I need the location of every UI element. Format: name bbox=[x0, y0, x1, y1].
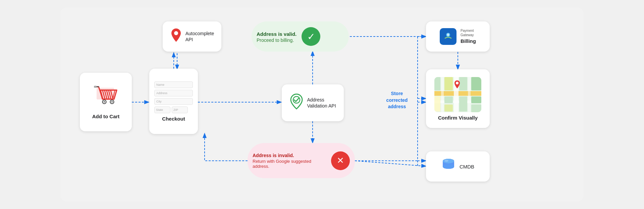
form-state-zip-row: State ZIP bbox=[154, 107, 193, 113]
database-icon bbox=[441, 158, 455, 176]
svg-point-30 bbox=[174, 31, 178, 35]
invalid-bold-text: Address is invalid. bbox=[253, 152, 327, 159]
svg-point-51 bbox=[456, 82, 459, 84]
form-city-field: City bbox=[154, 98, 193, 105]
valid-address-pill: Address is valid. Proceed to billing. ✓ bbox=[252, 21, 349, 52]
svg-rect-42 bbox=[444, 77, 453, 90]
svg-rect-49 bbox=[471, 96, 481, 103]
svg-rect-48 bbox=[459, 96, 467, 112]
check-circle-icon: ✓ bbox=[302, 27, 320, 46]
confirm-visually-label: Confirm Visually bbox=[438, 115, 478, 121]
payment-gateway-icon bbox=[440, 28, 457, 45]
form-address-field: Address bbox=[154, 90, 193, 96]
svg-rect-41 bbox=[434, 77, 440, 90]
svg-rect-50 bbox=[471, 104, 481, 112]
checkout-label: Checkout bbox=[162, 116, 185, 122]
form-name-field: Name bbox=[154, 81, 193, 88]
invalid-address-pill: Address is invalid. Return with Google s… bbox=[248, 143, 355, 178]
confirm-visually-card: Confirm Visually bbox=[426, 69, 490, 128]
valid-bold-text: Address is valid. bbox=[257, 30, 297, 38]
svg-rect-45 bbox=[434, 96, 440, 112]
valid-pill-text: Address is valid. Proceed to billing. bbox=[257, 30, 297, 43]
checkout-form: Name Address City State ZIP bbox=[154, 81, 193, 113]
add-to-cart-card: Add to Cart bbox=[80, 73, 132, 131]
cmdb-card: CMDB bbox=[426, 151, 490, 182]
payment-billing-card: PaymentGateway Billing bbox=[426, 21, 490, 52]
svg-point-55 bbox=[444, 160, 448, 162]
svg-point-54 bbox=[443, 159, 454, 163]
svg-point-28 bbox=[111, 101, 113, 102]
svg-point-27 bbox=[104, 101, 105, 102]
x-circle-icon: ✕ bbox=[331, 151, 350, 170]
cmdb-label: CMDB bbox=[460, 164, 474, 169]
form-zip-field: ZIP bbox=[172, 107, 188, 113]
address-validation-card: Address Validation API bbox=[282, 84, 344, 121]
cart-icon bbox=[93, 85, 118, 110]
billing-label: PaymentGateway Billing bbox=[461, 28, 476, 45]
svg-rect-44 bbox=[471, 77, 481, 90]
diagram-container: Add to Cart Name Address City State ZIP … bbox=[60, 7, 584, 202]
invalid-sub-text: Return with Google suggested address. bbox=[253, 159, 327, 169]
checkout-card: Name Address City State ZIP Checkout bbox=[149, 69, 198, 134]
svg-rect-39 bbox=[441, 77, 444, 112]
svg-line-8 bbox=[355, 161, 425, 166]
svg-rect-46 bbox=[444, 96, 453, 103]
add-to-cart-label: Add to Cart bbox=[92, 114, 120, 119]
svg-rect-40 bbox=[468, 77, 471, 112]
map-pin-icon bbox=[170, 28, 182, 45]
valid-sub-text: Proceed to billing. bbox=[257, 38, 297, 43]
svg-rect-47 bbox=[444, 104, 453, 112]
store-corrected-label: Store corrected address bbox=[381, 90, 413, 110]
form-state-field: State bbox=[154, 107, 170, 113]
svg-rect-43 bbox=[459, 77, 467, 90]
autocomplete-api-label: Autocomplete API bbox=[185, 30, 214, 43]
validation-api-label: Address Validation API bbox=[307, 97, 336, 109]
invalid-pill-text: Address is invalid. Return with Google s… bbox=[253, 152, 327, 169]
autocomplete-api-card: Autocomplete API bbox=[163, 21, 221, 52]
check-pin-icon bbox=[289, 93, 304, 113]
svg-rect-29 bbox=[94, 86, 97, 88]
svg-point-53 bbox=[443, 164, 454, 169]
map-thumbnail bbox=[434, 77, 481, 112]
